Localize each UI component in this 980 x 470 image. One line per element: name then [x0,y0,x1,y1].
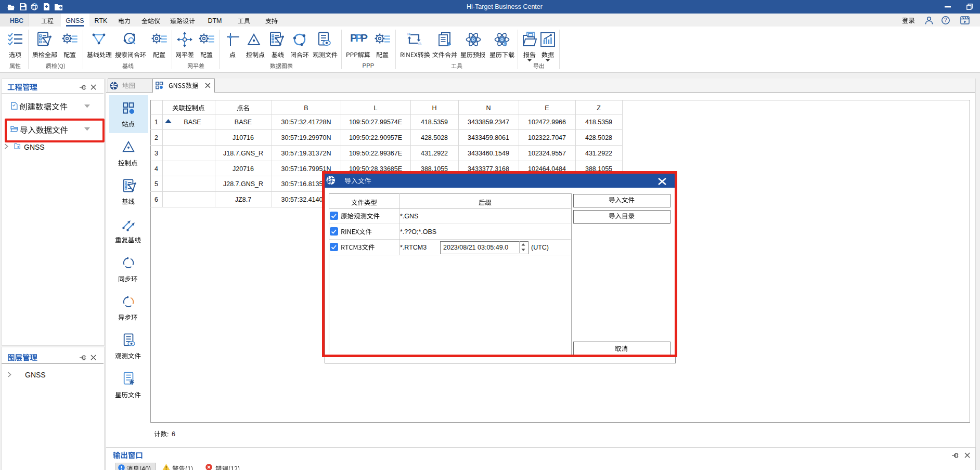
svg-text:P: P [360,32,368,44]
svg-text:G: G [418,42,421,46]
svg-text:?: ? [944,17,947,23]
svg-text:R: R [407,32,410,36]
